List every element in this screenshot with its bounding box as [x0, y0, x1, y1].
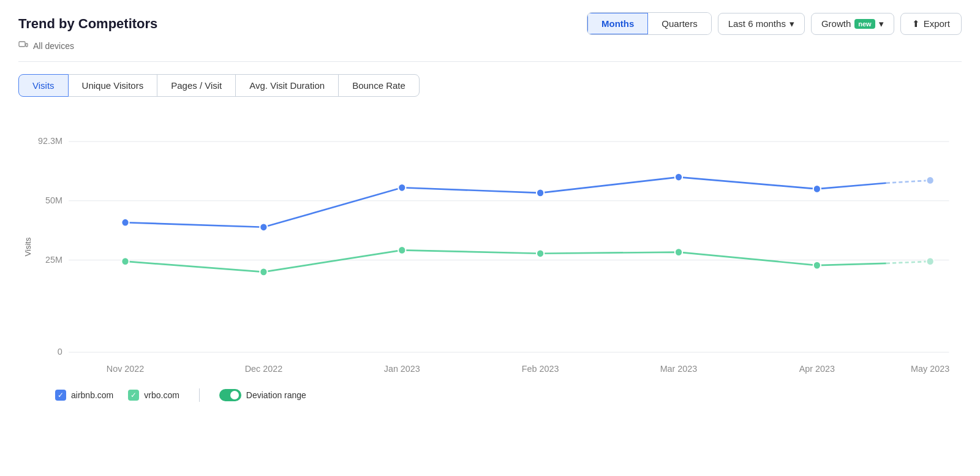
title-section: Trend by Competitors	[18, 16, 157, 32]
quarters-toggle-button[interactable]: Quarters	[648, 13, 710, 34]
svg-text:Jan 2023: Jan 2023	[384, 364, 420, 374]
last-months-dropdown[interactable]: Last 6 months ▾	[718, 13, 805, 35]
airbnb-label: airbnb.com	[71, 390, 113, 400]
svg-rect-1	[26, 43, 28, 47]
growth-dropdown[interactable]: Growth new ▾	[811, 13, 894, 35]
deviation-toggle[interactable]	[219, 389, 241, 401]
svg-point-22	[675, 173, 682, 181]
svg-point-31	[813, 262, 821, 270]
export-label: Export	[924, 18, 950, 29]
new-badge: new	[854, 19, 875, 29]
svg-text:92.3M: 92.3M	[38, 136, 62, 146]
page-title: Trend by Competitors	[18, 16, 157, 32]
svg-point-24	[927, 176, 934, 184]
svg-text:50M: 50M	[45, 195, 62, 205]
devices-icon	[18, 40, 28, 51]
y-axis-label: Visits	[23, 238, 32, 257]
tab-pages-visit[interactable]: Pages / Visit	[157, 74, 236, 97]
svg-point-18	[121, 219, 129, 227]
growth-label: Growth	[821, 18, 851, 29]
svg-point-26	[121, 257, 129, 265]
tab-visits[interactable]: Visits	[18, 74, 69, 97]
header-divider	[18, 61, 962, 62]
chevron-down-icon-growth: ▾	[879, 18, 884, 29]
svg-text:Feb 2023: Feb 2023	[522, 364, 559, 374]
svg-point-28	[398, 246, 405, 254]
airbnb-checkbox[interactable]: ✓	[55, 390, 66, 401]
subheader: All devices	[18, 40, 962, 51]
legend-airbnb: ✓ airbnb.com	[55, 390, 113, 401]
line-chart: 92.3M 50M 25M 0 Nov 2022 Dec 2022 Jan 20…	[18, 115, 962, 379]
vrbo-checkbox[interactable]: ✓	[128, 390, 139, 401]
svg-text:Nov 2022: Nov 2022	[107, 364, 144, 374]
last-months-label: Last 6 months	[728, 18, 786, 29]
svg-rect-0	[19, 42, 25, 47]
svg-text:25M: 25M	[45, 255, 62, 265]
svg-point-21	[537, 189, 544, 197]
header-controls: Months Quarters Last 6 months ▾ Growth n…	[587, 12, 962, 35]
svg-point-30	[675, 248, 682, 256]
check-icon-green: ✓	[130, 391, 137, 399]
legend-divider	[199, 388, 200, 402]
vrbo-label: vrbo.com	[144, 390, 179, 400]
svg-point-32	[927, 257, 934, 265]
chevron-down-icon: ▾	[790, 18, 794, 29]
svg-point-27	[260, 268, 267, 276]
check-icon: ✓	[58, 391, 64, 399]
tab-avg-visit-duration[interactable]: Avg. Visit Duration	[235, 74, 339, 97]
tab-unique-visitors[interactable]: Unique Visitors	[68, 74, 158, 97]
legend-vrbo: ✓ vrbo.com	[128, 390, 179, 401]
svg-point-20	[398, 184, 405, 192]
svg-text:Mar 2023: Mar 2023	[660, 364, 698, 374]
svg-text:Apr 2023: Apr 2023	[799, 364, 835, 374]
export-button[interactable]: ⬆ Export	[900, 13, 962, 35]
months-toggle-button[interactable]: Months	[587, 13, 648, 34]
svg-point-19	[260, 223, 267, 231]
chart-area: Visits 92.3M 50M 25M 0 Nov 2022 Dec 2022…	[18, 115, 962, 379]
deviation-label: Deviation range	[246, 390, 306, 400]
export-icon: ⬆	[912, 18, 920, 29]
metric-tabs: Visits Unique Visitors Pages / Visit Avg…	[18, 74, 962, 97]
legend-deviation: Deviation range	[219, 389, 306, 401]
tab-bounce-rate[interactable]: Bounce Rate	[338, 74, 420, 97]
chart-legend: ✓ airbnb.com ✓ vrbo.com Deviation range	[18, 388, 962, 402]
toggle-thumb	[230, 391, 239, 399]
svg-line-17	[886, 180, 930, 183]
svg-line-25	[886, 262, 930, 263]
svg-text:Dec 2022: Dec 2022	[245, 364, 282, 374]
period-toggle-group: Months Quarters	[587, 12, 712, 35]
svg-point-23	[813, 185, 821, 193]
svg-text:May 2023: May 2023	[911, 364, 949, 374]
svg-text:0: 0	[58, 347, 62, 357]
svg-point-29	[537, 249, 544, 257]
all-devices-label: All devices	[33, 41, 74, 51]
page-header: Trend by Competitors Months Quarters Las…	[18, 12, 962, 35]
